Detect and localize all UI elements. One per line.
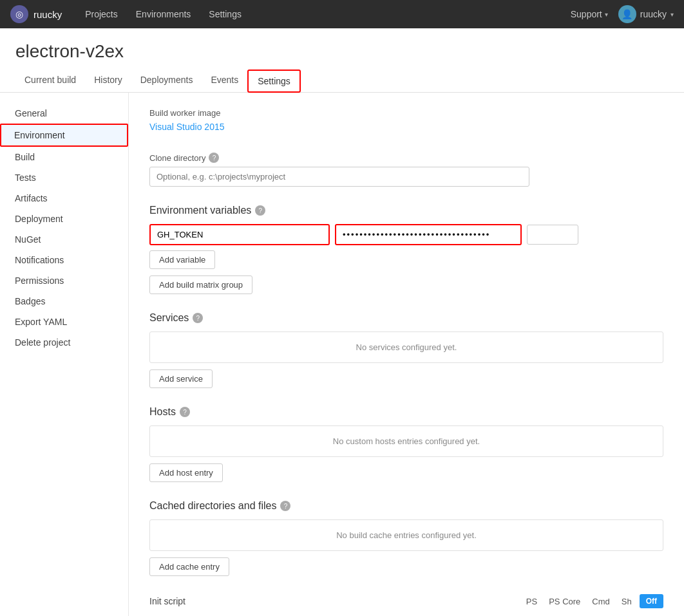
sidebar-item-nuget[interactable]: NuGet <box>0 229 128 250</box>
tab-deployments[interactable]: Deployments <box>131 70 202 93</box>
clone-dir-help-icon[interactable]: ? <box>209 153 219 163</box>
sidebar-item-permissions[interactable]: Permissions <box>0 270 128 291</box>
sidebar-item-badges[interactable]: Badges <box>0 291 128 312</box>
services-title: Services ? <box>149 312 663 324</box>
sidebar: General Environment Build Tests Artifact… <box>0 93 129 616</box>
support-chevron-icon: ▾ <box>605 11 608 18</box>
tab-history[interactable]: History <box>85 70 131 93</box>
support-label: Support <box>571 9 602 19</box>
build-worker-section: Build worker image Visual Studio 2015 <box>149 108 663 132</box>
scripts-section: Init script PS PS Core Cmd Sh Off Instal… <box>149 594 663 616</box>
init-script-tab-ps[interactable]: PS <box>522 595 541 608</box>
project-title: electron-v2ex <box>15 41 669 62</box>
services-section: Services ? No services configured yet. A… <box>149 312 663 388</box>
clone-directory-section: Clone directory ? <box>149 153 663 187</box>
sidebar-item-general[interactable]: General <box>0 103 128 124</box>
user-dropdown[interactable]: 👤 ruucky ▾ <box>618 5 674 23</box>
app-logo[interactable]: ◎ ruucky <box>10 5 62 23</box>
tab-settings[interactable]: Settings <box>247 70 301 93</box>
env-value-input[interactable] <box>335 224 522 245</box>
user-name: ruucky <box>640 9 667 19</box>
logo-icon: ◎ <box>10 5 28 23</box>
logo-text: ruucky <box>33 9 62 20</box>
sidebar-item-environment[interactable]: Environment <box>0 124 128 147</box>
init-script-row: Init script PS PS Core Cmd Sh Off <box>149 594 663 616</box>
add-host-entry-button[interactable]: Add host entry <box>149 463 223 482</box>
sidebar-item-artifacts[interactable]: Artifacts <box>0 188 128 209</box>
project-tabs: Current build History Deployments Events… <box>15 70 669 92</box>
hosts-section: Hosts ? No custom hosts entries configur… <box>149 406 663 482</box>
init-script-tab-cmd[interactable]: Cmd <box>588 595 613 608</box>
topnav-settings[interactable]: Settings <box>201 5 249 23</box>
support-dropdown[interactable]: Support ▾ <box>571 9 608 19</box>
clone-dir-label: Clone directory ? <box>149 153 663 163</box>
clone-dir-input[interactable] <box>149 167 529 187</box>
env-variable-row <box>149 224 663 245</box>
init-script-tabs: PS PS Core Cmd Sh Off <box>522 594 663 608</box>
env-key-input[interactable] <box>149 224 330 245</box>
init-script-tab-sh[interactable]: Sh <box>618 595 636 608</box>
sidebar-item-notifications[interactable]: Notifications <box>0 250 128 270</box>
build-worker-value[interactable]: Visual Studio 2015 <box>149 122 663 132</box>
sidebar-item-export-yaml[interactable]: Export YAML <box>0 312 128 332</box>
cache-title: Cached directories and files ? <box>149 500 663 512</box>
init-script-label: Init script <box>149 596 227 606</box>
sidebar-item-delete-project[interactable]: Delete project <box>0 332 128 353</box>
add-matrix-group-button[interactable]: Add build matrix group <box>149 275 252 294</box>
init-script-toggle[interactable]: Off <box>640 594 663 608</box>
tab-current-build[interactable]: Current build <box>15 70 85 93</box>
topnav: ◎ ruucky Projects Environments Settings … <box>0 0 684 28</box>
hosts-title: Hosts ? <box>149 406 663 418</box>
env-variables-section: Environment variables ? Add variable Add… <box>149 205 663 294</box>
settings-content: Build worker image Visual Studio 2015 Cl… <box>129 93 684 616</box>
cache-section: Cached directories and files ? No build … <box>149 500 663 576</box>
cache-empty-message: No build cache entries configured yet. <box>149 519 663 551</box>
topnav-environments[interactable]: Environments <box>128 5 199 23</box>
user-chevron-icon: ▾ <box>670 11 674 18</box>
env-vars-help-icon[interactable]: ? <box>255 205 265 216</box>
services-help-icon[interactable]: ? <box>193 313 203 323</box>
sidebar-item-build[interactable]: Build <box>0 147 128 167</box>
topnav-links: Projects Environments Settings <box>77 5 571 23</box>
add-variable-button[interactable]: Add variable <box>149 250 215 269</box>
hosts-help-icon[interactable]: ? <box>180 407 190 417</box>
init-script-tab-ps-core[interactable]: PS Core <box>545 595 584 608</box>
sidebar-item-tests[interactable]: Tests <box>0 167 128 188</box>
build-worker-label: Build worker image <box>149 108 663 118</box>
project-header: electron-v2ex Current build History Depl… <box>0 28 684 93</box>
tab-events[interactable]: Events <box>202 70 247 93</box>
add-service-button[interactable]: Add service <box>149 369 213 388</box>
avatar: 👤 <box>618 5 636 23</box>
sidebar-item-deployment[interactable]: Deployment <box>0 209 128 229</box>
main-layout: General Environment Build Tests Artifact… <box>0 93 684 616</box>
add-cache-entry-button[interactable]: Add cache entry <box>149 557 229 576</box>
env-vars-title: Environment variables ? <box>149 205 663 216</box>
topnav-right: Support ▾ 👤 ruucky ▾ <box>571 5 674 23</box>
services-empty-message: No services configured yet. <box>149 331 663 363</box>
env-extra-input[interactable] <box>527 225 578 245</box>
cache-help-icon[interactable]: ? <box>280 501 290 511</box>
hosts-empty-message: No custom hosts entries configured yet. <box>149 425 663 457</box>
topnav-projects[interactable]: Projects <box>77 5 126 23</box>
